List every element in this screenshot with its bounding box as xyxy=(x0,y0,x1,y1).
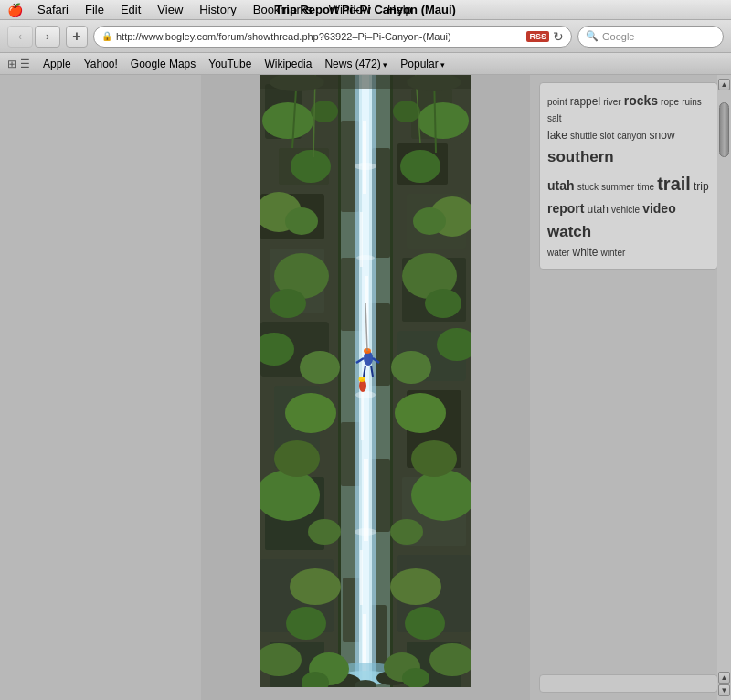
show-all-bookmarks-icon[interactable]: ⊞ xyxy=(7,58,16,70)
svg-point-46 xyxy=(393,101,420,122)
rss-badge[interactable]: RSS xyxy=(526,31,549,42)
svg-point-26 xyxy=(285,393,336,433)
menu-view[interactable]: View xyxy=(150,1,190,18)
add-tab-button[interactable]: + xyxy=(66,26,88,48)
tag-rocks[interactable]: rocks xyxy=(624,93,658,108)
tag-ruins[interactable]: ruins xyxy=(682,97,702,107)
tag-winter[interactable]: winter xyxy=(601,248,626,258)
back-button[interactable]: ‹ xyxy=(7,26,33,48)
svg-point-79 xyxy=(355,391,376,398)
tag-summer[interactable]: summer xyxy=(601,182,634,192)
svg-rect-75 xyxy=(360,550,363,605)
search-icon: 🔍 xyxy=(586,30,599,42)
search-bar[interactable]: 🔍 Google xyxy=(577,26,724,48)
tag-lake[interactable]: lake xyxy=(547,129,567,142)
svg-point-49 xyxy=(391,351,431,384)
tag-stuck[interactable]: stuck xyxy=(577,182,599,192)
tag-trail[interactable]: trail xyxy=(657,174,691,194)
tag-slot[interactable]: slot xyxy=(600,131,615,141)
tag-southern[interactable]: southern xyxy=(547,148,614,165)
tag-point[interactable]: point xyxy=(547,97,567,107)
svg-point-77 xyxy=(355,163,376,170)
menu-safari[interactable]: Safari xyxy=(30,1,76,18)
tag-utah2[interactable]: utah xyxy=(588,203,609,216)
tag-vehicle[interactable]: vehicle xyxy=(611,205,640,215)
svg-point-32 xyxy=(270,289,306,318)
svg-point-33 xyxy=(300,351,340,384)
menu-history[interactable]: History xyxy=(192,1,243,18)
tag-river[interactable]: river xyxy=(603,97,620,107)
tag-water[interactable]: water xyxy=(547,248,569,258)
bookmark-popular[interactable]: Popular xyxy=(395,56,450,72)
svg-point-22 xyxy=(291,150,331,183)
tag-time[interactable]: time xyxy=(637,182,654,192)
tag-cloud-footer xyxy=(539,674,718,693)
tag-video[interactable]: video xyxy=(642,201,676,216)
menu-bar: 🍎 Safari File Edit View History Bookmark… xyxy=(0,0,731,20)
lock-icon: 🔒 xyxy=(101,31,112,41)
bookmark-yahoo[interactable]: Yahoo! xyxy=(79,56,123,72)
plus-icon: + xyxy=(72,28,80,45)
toolbar: ‹ › + 🔒 http://www.bogley.com/forum/show… xyxy=(0,20,731,53)
reading-list-icon[interactable]: ☰ xyxy=(20,58,30,70)
main-content: point rappel river rocks rope ruins salt… xyxy=(0,75,731,700)
bookmarks-bar: ⊞ ☰ Apple Yahoo! Google Maps YouTube Wik… xyxy=(0,53,731,75)
bookmark-youtube[interactable]: YouTube xyxy=(203,56,257,72)
back-icon: ‹ xyxy=(18,30,22,43)
url-text: http://www.bogley.com/forum/showthread.p… xyxy=(116,31,523,42)
svg-point-48 xyxy=(425,289,461,318)
bookmark-news[interactable]: News (472) xyxy=(319,56,393,72)
scroll-up-arrow[interactable]: ▲ xyxy=(718,79,730,90)
tag-utah[interactable]: utah xyxy=(547,178,575,193)
bookmark-apple[interactable]: Apple xyxy=(37,56,77,72)
search-placeholder: Google xyxy=(602,31,634,42)
svg-point-80 xyxy=(355,528,376,536)
svg-point-98 xyxy=(402,668,429,687)
bookmark-icons: ⊞ ☰ xyxy=(7,58,30,70)
svg-point-21 xyxy=(262,102,313,139)
svg-point-28 xyxy=(290,568,341,605)
svg-point-51 xyxy=(390,519,423,545)
tag-shuttle[interactable]: shuttle xyxy=(570,131,597,141)
svg-point-44 xyxy=(390,568,441,605)
svg-point-78 xyxy=(356,255,375,260)
apple-menu[interactable]: 🍎 xyxy=(7,3,23,17)
bookmark-wikipedia[interactable]: Wikipedia xyxy=(259,56,317,72)
right-sidebar: point rappel river rocks rope ruins salt… xyxy=(530,75,731,700)
tag-snow[interactable]: snow xyxy=(650,129,675,142)
tag-watch[interactable]: watch xyxy=(547,223,591,240)
svg-point-50 xyxy=(411,440,457,477)
tag-rappel[interactable]: rappel xyxy=(570,95,600,108)
refresh-button[interactable]: ↻ xyxy=(553,29,564,44)
nav-buttons: ‹ › xyxy=(7,26,60,48)
menu-file[interactable]: File xyxy=(78,1,111,18)
svg-point-42 xyxy=(395,393,446,433)
scroll-thumb[interactable] xyxy=(719,102,729,157)
svg-point-35 xyxy=(308,519,341,545)
left-sidebar xyxy=(0,75,201,700)
svg-point-89 xyxy=(359,377,366,382)
forward-button[interactable]: › xyxy=(35,26,60,48)
waterfall-image xyxy=(260,75,471,687)
svg-point-36 xyxy=(286,607,326,640)
tag-canyon[interactable]: canyon xyxy=(617,131,646,141)
svg-point-31 xyxy=(285,207,318,235)
right-scrollbar: ▲ ▲ ▼ xyxy=(717,75,731,700)
center-content xyxy=(201,75,530,700)
tag-report[interactable]: report xyxy=(547,201,584,216)
tag-salt[interactable]: salt xyxy=(547,113,562,123)
scroll-down-arrow[interactable]: ▼ xyxy=(718,684,730,696)
menu-edit[interactable]: Edit xyxy=(113,1,148,18)
tag-rope[interactable]: rope xyxy=(661,97,679,107)
svg-point-37 xyxy=(418,102,469,139)
tag-trip[interactable]: trip xyxy=(694,180,709,193)
scroll-up2-arrow[interactable]: ▲ xyxy=(718,672,730,684)
forward-icon: › xyxy=(46,30,49,43)
address-bar[interactable]: 🔒 http://www.bogley.com/forum/showthread… xyxy=(93,26,572,48)
tag-cloud-content: point rappel river rocks rope ruins salt… xyxy=(547,90,710,261)
tag-cloud-box: point rappel river rocks rope ruins salt… xyxy=(539,82,718,270)
tag-white[interactable]: white xyxy=(573,246,599,259)
svg-point-38 xyxy=(400,150,440,183)
svg-point-52 xyxy=(405,607,445,640)
bookmark-google-maps[interactable]: Google Maps xyxy=(125,56,201,72)
